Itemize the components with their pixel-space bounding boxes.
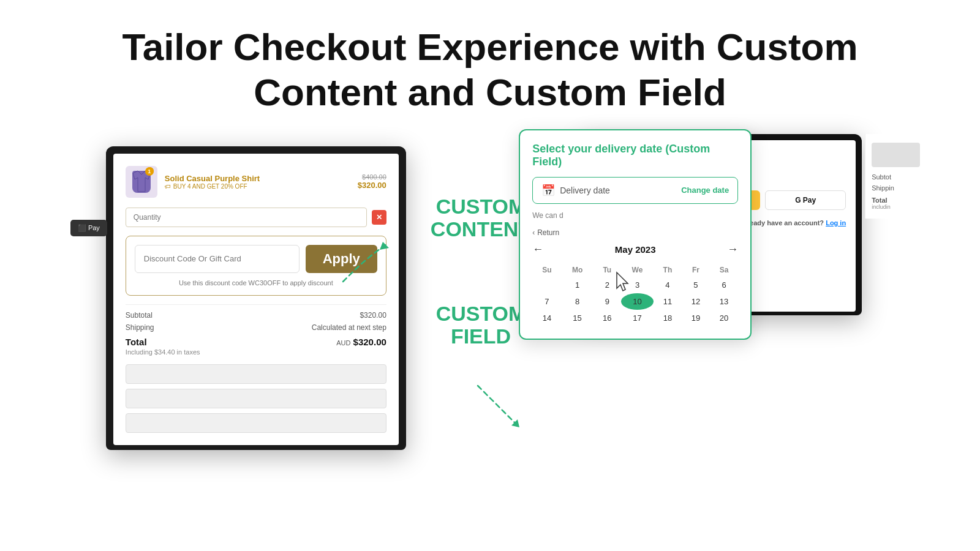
- laptop-frame: 1 Solid Casual Purple Shirt 🏷 BUY 4 AND …: [106, 146, 406, 450]
- return-row: ‹ Return: [532, 228, 738, 237]
- coupon-hint: Use this discount code WC30OFF to apply …: [135, 279, 377, 287]
- tax-note: Including $34.40 in taxes: [126, 348, 386, 356]
- calendar-popup: Select your delivery date (Custom Field)…: [519, 129, 752, 340]
- cart-item-promo: 🏷 BUY 4 AND GET 20% OFF: [165, 183, 350, 190]
- day-header-su: Su: [532, 263, 562, 277]
- cursor-position: [613, 271, 633, 297]
- cal-day-6[interactable]: 6: [710, 277, 738, 293]
- placeholder-btn-2: [126, 389, 386, 408]
- calendar-title: Select your delivery date (Custom Field): [532, 143, 738, 168]
- calendar-week-2: 7 8 9 10 11 12 13: [532, 293, 738, 310]
- price-discounted: $320.00: [358, 181, 386, 190]
- calendar-icon: 📅: [541, 184, 555, 197]
- pay-button[interactable]: ⬛ Pay: [70, 220, 107, 236]
- subtotal-row: Subtotal $320.00: [126, 311, 386, 320]
- cal-day-14[interactable]: 14: [532, 310, 562, 326]
- page-title: Tailor Checkout Experience with Custom C…: [61, 24, 919, 116]
- calendar-header: ← May 2023 →: [532, 243, 738, 256]
- coupon-box: Apply Use this discount code WC30OFF to …: [126, 236, 386, 296]
- cart-item-details: Solid Casual Purple Shirt 🏷 BUY 4 AND GE…: [165, 174, 350, 190]
- cal-day-17[interactable]: 17: [621, 310, 654, 326]
- cart-badge: 1: [145, 167, 154, 176]
- next-month-button[interactable]: →: [727, 243, 738, 256]
- delivery-date-label: Delivery date: [560, 186, 676, 195]
- cal-day-11[interactable]: 11: [654, 293, 682, 310]
- right-product-thumb: [872, 143, 920, 167]
- return-link[interactable]: Return: [537, 228, 559, 237]
- custom-content-label: CUSTOM CONTENT: [431, 195, 531, 241]
- right-total: Total: [872, 197, 920, 204]
- right-shipping: Shippin: [872, 184, 920, 192]
- cal-day-15[interactable]: 15: [562, 310, 594, 326]
- cal-day-7[interactable]: 7: [532, 293, 562, 310]
- placeholder-btn-1: [126, 364, 386, 384]
- coupon-input[interactable]: [135, 245, 300, 273]
- cart-item: 1 Solid Casual Purple Shirt 🏷 BUY 4 AND …: [126, 166, 386, 198]
- right-side-panel: Subtot Shippin Total includin: [865, 134, 926, 219]
- cart-item-prices: $400.00 $320.00: [358, 173, 386, 190]
- day-header-sa: Sa: [710, 263, 738, 277]
- price-original: $400.00: [358, 173, 386, 181]
- cal-day-8[interactable]: 8: [562, 293, 594, 310]
- cal-day-12[interactable]: 12: [682, 293, 710, 310]
- calendar-month: May 2023: [615, 244, 656, 255]
- delivery-date-row: 📅 Delivery date Change date: [532, 177, 738, 204]
- right-mockup: AddUp Demo Store Cart › Information › Sh…: [580, 134, 862, 315]
- right-total-sub: includin: [872, 204, 920, 210]
- placeholder-btn-3: [126, 413, 386, 433]
- coupon-row: Apply: [135, 245, 377, 273]
- cal-day-4[interactable]: 4: [654, 277, 682, 293]
- left-mockup: ⬛ Pay 1 Solid Casual Purple Shirt: [106, 146, 406, 450]
- quantity-input[interactable]: [126, 208, 367, 227]
- quantity-row: ✕: [126, 208, 386, 227]
- cal-day-5[interactable]: 5: [682, 277, 710, 293]
- change-date-link[interactable]: Change date: [681, 186, 729, 195]
- calendar-week-1: 1 2 3 4 5 6: [532, 277, 738, 293]
- custom-field-label: CUSTOM FIELD: [436, 302, 526, 348]
- cal-day-16[interactable]: 16: [593, 310, 621, 326]
- cal-day-20[interactable]: 20: [710, 310, 738, 326]
- checkout-buttons: [126, 364, 386, 433]
- day-header-fr: Fr: [682, 263, 710, 277]
- cart-item-image: 1: [126, 166, 157, 198]
- right-subtotal: Subtot: [872, 173, 920, 181]
- cal-day-13[interactable]: 13: [710, 293, 738, 310]
- content-area: ⬛ Pay 1 Solid Casual Purple Shirt: [0, 146, 980, 450]
- page-header: Tailor Checkout Experience with Custom C…: [0, 0, 980, 134]
- calendar-days-header: Su Mo Tu We Th Fr Sa: [532, 263, 738, 277]
- cal-day-empty: [532, 277, 562, 293]
- calendar-week-3: 14 15 16 17 18 19 20: [532, 310, 738, 326]
- day-header-th: Th: [654, 263, 682, 277]
- day-header-mo: Mo: [562, 263, 594, 277]
- cal-day-19[interactable]: 19: [682, 310, 710, 326]
- login-anchor[interactable]: Log in: [826, 219, 846, 227]
- login-link: Already have an account? Log in: [741, 219, 846, 227]
- shipping-row: Shipping Calculated at next step: [126, 323, 386, 332]
- cart-totals: Subtotal $320.00 Shipping Calculated at …: [126, 304, 386, 356]
- cal-day-1[interactable]: 1: [562, 277, 594, 293]
- laptop-screen: 1 Solid Casual Purple Shirt 🏷 BUY 4 AND …: [113, 154, 399, 445]
- prev-month-button[interactable]: ←: [532, 243, 543, 256]
- quantity-remove-button[interactable]: ✕: [372, 210, 386, 225]
- gpay-button[interactable]: G Pay: [765, 190, 846, 210]
- cal-day-18[interactable]: 18: [654, 310, 682, 326]
- calendar-grid: Su Mo Tu We Th Fr Sa 1 2 3: [532, 263, 738, 326]
- cart-item-name: Solid Casual Purple Shirt: [165, 174, 350, 183]
- apply-button[interactable]: Apply: [306, 245, 377, 273]
- total-row: Total AUD $320.00: [126, 337, 386, 347]
- we-can-text: We can d: [532, 211, 738, 220]
- cursor-icon: [613, 271, 633, 294]
